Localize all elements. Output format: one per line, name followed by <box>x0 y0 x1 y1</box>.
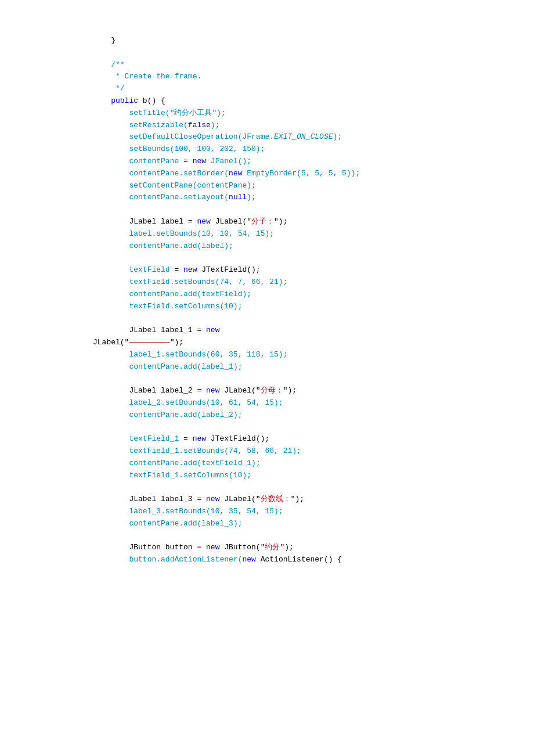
code-token: .setBounds(74, 7, 66, 21); <box>170 278 288 286</box>
code-token <box>93 350 129 359</box>
code-token: .setColumns(10); <box>179 471 251 480</box>
code-token: ); <box>251 459 261 467</box>
code-line: JButton button = new JButton("约分"); <box>93 542 534 554</box>
code-line: setTitle("约分小工具"); <box>93 107 534 120</box>
code-token: = <box>179 157 192 165</box>
code-line: textField.setColumns(10); <box>93 301 534 313</box>
code-token <box>93 459 129 467</box>
code-line: contentPane.add(label_3); <box>93 518 534 530</box>
code-line: contentPane.add(label_1); <box>93 361 534 373</box>
code-token: b() { <box>138 96 165 105</box>
code-token: 分数线： <box>261 495 291 503</box>
code-editor: } /** * Create the frame. */ public b() … <box>93 35 534 566</box>
code-token: JTextField(); <box>197 265 260 274</box>
code-token <box>93 121 129 129</box>
code-line <box>93 422 534 434</box>
code-line: contentPane = new JPanel(); <box>93 156 534 168</box>
code-token: JLabel label_3 = <box>93 495 206 503</box>
code-token: label_2 <box>129 398 161 407</box>
code-token: JButton(" <box>219 543 265 552</box>
code-token <box>93 181 129 190</box>
code-token <box>93 290 129 298</box>
code-line: label_2.setBounds(10, 61, 54, 15); <box>93 397 534 409</box>
code-token: label <box>129 229 151 238</box>
code-token: ); <box>247 193 256 201</box>
code-token: .setBounds(74, 58, 66, 21); <box>179 447 301 455</box>
code-token: "); <box>274 217 287 226</box>
code-token: new <box>183 265 197 274</box>
code-line: setContentPane(contentPane); <box>93 180 534 192</box>
code-token: button <box>129 555 156 564</box>
code-token <box>93 242 129 250</box>
code-token: "); <box>291 495 304 503</box>
code-token: .add( <box>179 411 201 419</box>
code-line: } <box>93 35 534 47</box>
code-line: JLabel label_3 = new JLabel("分数线："); <box>93 494 534 506</box>
code-line <box>93 47 534 59</box>
code-token: contentPane <box>129 362 179 371</box>
code-token <box>93 145 129 153</box>
code-token: textField <box>129 265 169 274</box>
code-token: .setBounds(60, 35, 118, 15); <box>161 350 287 359</box>
code-token: new <box>206 543 219 552</box>
code-line: textField = new JTextField(); <box>93 264 534 276</box>
code-token <box>93 507 129 516</box>
code-token: new <box>206 326 219 334</box>
code-token: * Create the frame. <box>93 72 201 81</box>
code-line <box>93 252 534 264</box>
code-token <box>93 109 129 117</box>
code-token: .addActionListener( <box>156 555 242 564</box>
code-token: JLabel label_1 = <box>93 326 206 334</box>
code-line <box>93 481 534 494</box>
code-line: JLabel label_1 = new <box>93 325 534 337</box>
code-token: EXIT_ON_CLOSE <box>274 132 333 141</box>
code-token: EmptyBorder(5, 5, 5, 5)); <box>242 169 360 178</box>
code-token: setBounds(100, 100, 202, 150); <box>129 145 265 153</box>
code-token: .add( <box>179 362 201 371</box>
code-token: null <box>229 193 247 201</box>
code-token: ); <box>224 242 233 250</box>
code-token: .setColumns(10); <box>170 302 243 311</box>
code-token: ); <box>333 132 342 141</box>
code-line: contentPane.setLayout(null); <box>93 192 534 204</box>
code-token: contentPane <box>129 242 179 250</box>
code-token <box>93 555 129 564</box>
code-token <box>93 157 129 165</box>
code-token: .add( <box>179 290 201 298</box>
code-token: JPanel(); <box>206 157 251 165</box>
code-token: JLabel label_2 = <box>93 386 206 395</box>
code-token <box>93 169 129 178</box>
code-token: ); <box>247 181 256 190</box>
code-token: textField <box>201 290 242 298</box>
code-line: contentPane.add(textField_1); <box>93 458 534 470</box>
code-token: JLabel(" <box>219 386 260 395</box>
code-token: setDefaultCloseOperation(JFrame. <box>129 132 274 141</box>
code-token: */ <box>93 84 125 93</box>
code-token: "); <box>280 543 293 552</box>
code-token: 分母： <box>261 386 283 395</box>
code-token: JLabel label = <box>93 217 197 226</box>
code-line: */ <box>93 83 534 95</box>
code-token: new <box>193 434 206 443</box>
code-token: label_3 <box>201 519 233 528</box>
code-line: JLabel label_2 = new JLabel("分母："); <box>93 385 534 397</box>
code-token: label_1 <box>201 362 233 371</box>
code-token: JButton button = <box>93 543 206 552</box>
code-token <box>93 398 129 407</box>
code-token: contentPane <box>129 193 179 201</box>
code-token: new <box>206 495 219 503</box>
code-token: contentPane <box>129 157 179 165</box>
code-line: label_3.setBounds(10, 35, 54, 15); <box>93 506 534 518</box>
code-token <box>93 471 129 480</box>
code-token <box>93 229 129 238</box>
code-token <box>93 132 129 141</box>
code-token: JLabel(" <box>219 495 260 503</box>
code-token: new <box>206 386 219 395</box>
code-line: label.setBounds(10, 10, 54, 15); <box>93 228 534 240</box>
code-token: new <box>193 157 206 165</box>
code-line: textField.setBounds(74, 7, 66, 21); <box>93 276 534 289</box>
code-token: ); <box>233 362 243 371</box>
code-token: textField <box>129 302 169 311</box>
code-token: "); <box>283 386 297 395</box>
code-token: contentPane <box>129 459 179 467</box>
